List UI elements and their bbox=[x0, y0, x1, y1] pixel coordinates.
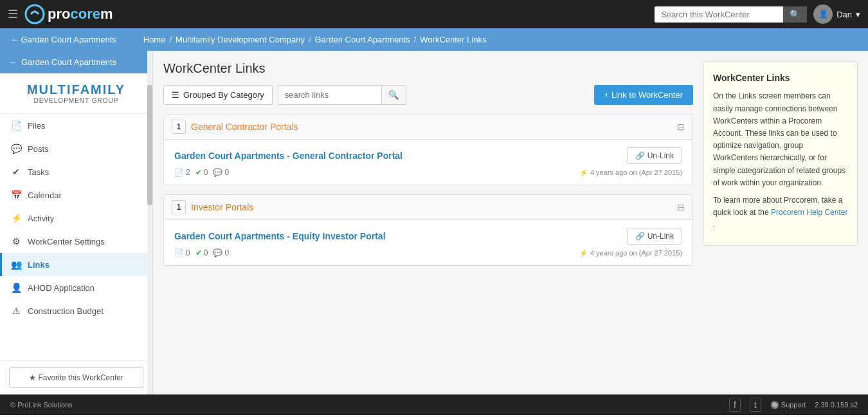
sidebar-item-ahod-application[interactable]: 👤AHOD Application bbox=[0, 276, 152, 299]
procore-logo-icon bbox=[24, 4, 45, 24]
link-item-header-1-0: Garden Court Apartments - Equity Investo… bbox=[174, 228, 682, 245]
search-links-button[interactable]: 🔍 bbox=[381, 86, 406, 104]
sidebar-item-files[interactable]: 📄Files bbox=[0, 114, 152, 137]
nav-icon: ⚡ bbox=[11, 213, 21, 223]
grouped-by-category-button[interactable]: ☰ Grouped By Category bbox=[163, 85, 273, 105]
top-nav: ☰ procorem 🔍 👤 Dan ▾ bbox=[0, 0, 868, 28]
info-panel-body1: On the Links screen members can easily m… bbox=[713, 90, 848, 189]
list-icon: ☰ bbox=[172, 90, 179, 100]
sidebar-item-links[interactable]: 👥Links bbox=[0, 253, 152, 276]
hamburger-icon[interactable]: ☰ bbox=[8, 7, 18, 21]
search-button[interactable]: 🔍 bbox=[783, 6, 807, 23]
stat-value-files: 0 bbox=[186, 248, 190, 257]
stat-item-posts: 💬 0 bbox=[213, 168, 229, 177]
nav-label: WorkCenter Settings bbox=[28, 237, 105, 246]
search-links-input[interactable] bbox=[278, 86, 381, 104]
nav-icon: 📄 bbox=[11, 120, 21, 131]
logo-text: procorem bbox=[48, 6, 113, 23]
category-title-0: General Contractor Portals bbox=[191, 122, 298, 132]
stat-item-tasks: ✔ 0 bbox=[195, 248, 208, 257]
breadcrumb-home[interactable]: Home bbox=[143, 35, 166, 44]
nav-right: 🔍 👤 Dan ▾ bbox=[655, 5, 860, 24]
breadcrumb-sep2: / bbox=[309, 35, 311, 44]
user-name: Dan bbox=[836, 10, 852, 19]
sidebar-item-tasks[interactable]: ✔Tasks bbox=[0, 160, 152, 183]
content-wrapper: WorkCenter Links ☰ Grouped By Category 🔍… bbox=[153, 51, 868, 394]
search-box: 🔍 bbox=[655, 6, 807, 23]
breadcrumb-back[interactable]: ← Garden Court Apartments bbox=[10, 35, 116, 44]
info-panel-help-link[interactable]: Procorem Help Center bbox=[771, 208, 847, 217]
grouped-btn-label: Grouped By Category bbox=[183, 90, 264, 100]
unlink-icon: 🔗 bbox=[635, 232, 645, 241]
categories-container: 1 General Contractor Portals ⊟ Garden Co… bbox=[163, 114, 693, 266]
breadcrumb-sep3: / bbox=[414, 35, 417, 44]
stat-icon-tasks: ✔ bbox=[195, 168, 202, 177]
link-item-header-0-0: Garden Court Apartments - General Contra… bbox=[174, 147, 682, 164]
link-item-1-0: Garden Court Apartments - Equity Investo… bbox=[164, 220, 692, 265]
category-toggle-icon-0[interactable]: ⊟ bbox=[677, 122, 685, 132]
facebook-icon[interactable]: f bbox=[729, 398, 741, 412]
timestamp-1-0: ⚡ 4 years ago on (Apr 27 2015) bbox=[579, 249, 682, 257]
breadcrumb-bar: ← Garden Court Apartments Home / Multifa… bbox=[0, 28, 868, 51]
sidebar-item-workcenter-settings[interactable]: ⚙WorkCenter Settings bbox=[0, 230, 152, 253]
bolt-icon: ⚡ bbox=[579, 249, 588, 257]
stat-value-tasks: 0 bbox=[204, 168, 208, 177]
user-info[interactable]: 👤 Dan ▾ bbox=[813, 5, 860, 24]
sidebar-back[interactable]: ← Garden Court Apartments bbox=[0, 51, 152, 73]
footer-right: f t 🔘 Support 2.39.0.159.s2 bbox=[729, 398, 858, 412]
nav-label: Construction Budget bbox=[28, 306, 104, 316]
category-toggle-icon-1[interactable]: ⊟ bbox=[677, 202, 685, 212]
main-content: WorkCenter Links ☰ Grouped By Category 🔍… bbox=[153, 51, 703, 394]
nav-label: Posts bbox=[28, 144, 49, 154]
category-count-1: 1 bbox=[172, 200, 186, 214]
category-header-1: 1 Investor Portals ⊟ bbox=[164, 195, 692, 220]
favorite-button[interactable]: ★ Favorite this WorkCenter bbox=[9, 367, 143, 388]
category-header-left-1: 1 Investor Portals bbox=[172, 200, 253, 214]
nav-label: AHOD Application bbox=[28, 283, 95, 293]
category-header-left-0: 1 General Contractor Portals bbox=[172, 120, 298, 134]
sidebar-item-posts[interactable]: 💬Posts bbox=[0, 137, 152, 160]
nav-label: Tasks bbox=[28, 167, 49, 177]
unlink-icon: 🔗 bbox=[635, 151, 645, 160]
page-title: WorkCenter Links bbox=[163, 61, 693, 76]
nav-label: Files bbox=[28, 121, 45, 131]
nav-icon: 👥 bbox=[11, 259, 21, 270]
footer-version: 2.39.0.159.s2 bbox=[815, 401, 858, 409]
breadcrumb-company[interactable]: Multifamily Development Company bbox=[176, 35, 305, 44]
footer: © ProLink Solutions f t 🔘 Support 2.39.0… bbox=[0, 394, 868, 415]
support-link[interactable]: 🔘 Support bbox=[770, 401, 806, 409]
scrollbar-thumb[interactable] bbox=[147, 85, 152, 205]
link-meta-1-0: 📄 0 ✔ 0 💬 0 ⚡ 4 years ago on (Apr 27 201… bbox=[174, 248, 682, 257]
unlink-button-1-0[interactable]: 🔗 Un-Link bbox=[627, 228, 682, 245]
sidebar-item-activity[interactable]: ⚡Activity bbox=[0, 207, 152, 230]
nav-label: Activity bbox=[28, 214, 54, 223]
scrollbar-track bbox=[147, 51, 152, 394]
info-panel-body2-end: . bbox=[713, 220, 715, 229]
twitter-icon[interactable]: t bbox=[750, 398, 761, 412]
stat-icon-files: 📄 bbox=[174, 168, 184, 177]
category-section-0: 1 General Contractor Portals ⊟ Garden Co… bbox=[163, 114, 693, 185]
bolt-icon: ⚡ bbox=[579, 169, 588, 176]
stat-value-posts: 0 bbox=[224, 168, 229, 177]
search-links-wrap: 🔍 bbox=[278, 85, 406, 105]
body-container: ← Garden Court Apartments MULTIFAMILY DE… bbox=[0, 51, 868, 394]
nav-icon: 👤 bbox=[11, 283, 21, 293]
link-stats-1-0: 📄 0 ✔ 0 💬 0 bbox=[174, 248, 229, 257]
sidebar-logo-area: MULTIFAMILY DEVELOPMENT GROUP bbox=[0, 73, 152, 114]
search-input[interactable] bbox=[655, 6, 783, 23]
info-panel-body2: To learn more about Procorem, take a qui… bbox=[713, 194, 848, 232]
stat-icon-posts: 💬 bbox=[213, 248, 222, 257]
stat-icon-files: 📄 bbox=[174, 248, 184, 257]
category-section-1: 1 Investor Portals ⊟ Garden Court Apartm… bbox=[163, 194, 693, 266]
stat-item-posts: 💬 0 bbox=[213, 248, 229, 257]
sidebar-logo-title: MULTIFAMILY bbox=[9, 82, 143, 97]
unlink-button-0-0[interactable]: 🔗 Un-Link bbox=[627, 147, 682, 164]
stat-item-tasks: ✔ 0 bbox=[195, 168, 208, 177]
breadcrumb-project[interactable]: Garden Court Apartments bbox=[315, 35, 410, 44]
link-to-workcenter-button[interactable]: + Link to WorkCenter bbox=[594, 85, 693, 105]
sidebar-item-calendar[interactable]: 📅Calendar bbox=[0, 183, 152, 207]
sidebar-item-construction-budget[interactable]: ⚠Construction Budget bbox=[0, 299, 152, 322]
nav-icon: 📅 bbox=[11, 190, 21, 200]
logo: procorem bbox=[24, 4, 113, 24]
svg-point-0 bbox=[26, 5, 44, 23]
